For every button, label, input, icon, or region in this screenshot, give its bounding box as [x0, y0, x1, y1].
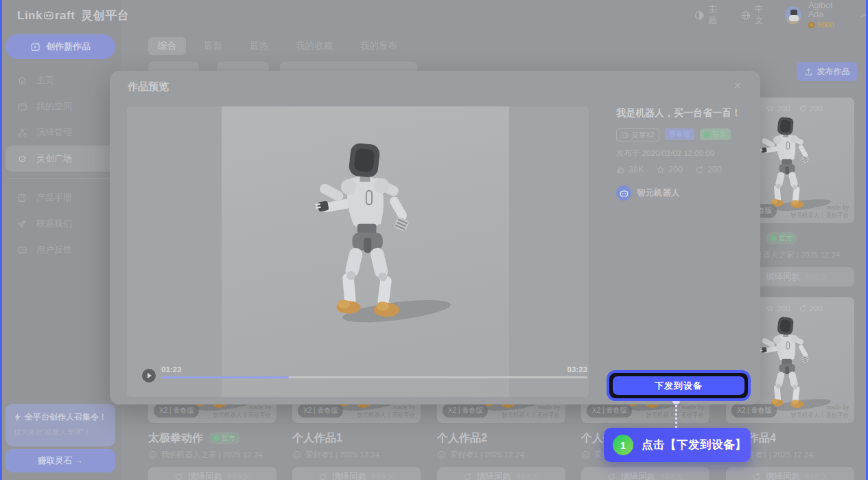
- author-name: 智元机器人: [637, 187, 680, 199]
- official-badge: 官方: [766, 232, 797, 244]
- progress-fill: [161, 376, 289, 378]
- guide-step-badge: 1: [613, 435, 633, 455]
- author-avatar-icon: [437, 450, 446, 459]
- sidebar-item-book[interactable]: 产品手册: [5, 185, 115, 211]
- shares-stat: 200: [695, 165, 722, 174]
- tab-我的收藏[interactable]: 我的收藏: [286, 37, 342, 55]
- sidebar-item-chat[interactable]: 用户反馈: [5, 237, 115, 263]
- author-avatar-icon: [148, 450, 157, 459]
- stars-stat: 200: [766, 304, 790, 312]
- card-title-row: 个人作品2: [437, 432, 565, 444]
- promo-title: 全平台创作人召集令！: [25, 411, 107, 423]
- deploy-to-device-button[interactable]: 下发到设备: [613, 376, 744, 395]
- star-icon: [766, 304, 774, 312]
- remix-icon: [318, 472, 327, 480]
- total-time: 03:23: [161, 365, 587, 374]
- folder-icon: [17, 102, 27, 112]
- logo-text-raft: raft: [55, 9, 75, 22]
- official-badge: 官方: [209, 432, 240, 444]
- app-logo: Linkraft灵创平台: [17, 8, 129, 23]
- share-icon: [799, 104, 807, 113]
- share-icon: [799, 304, 807, 312]
- work-stats: 38K 200 200: [616, 165, 753, 174]
- create-icon: [30, 42, 40, 52]
- logo-text-cn: 灵创平台: [81, 9, 129, 22]
- create-new-work-button[interactable]: 创作新作品: [5, 34, 115, 59]
- publish-date: 发布于 2020/02/02 12:00:00: [616, 148, 753, 159]
- watermark: made by智元机器人丨灵创平台: [357, 404, 415, 419]
- progress-bar[interactable]: [161, 376, 587, 378]
- sidebar-nav: 主页我的空间演绎管理灵创广场产品手册联系我们用户反馈: [5, 67, 115, 263]
- guide-connector-line: [675, 405, 677, 428]
- card-author: 爱好者1 | 2025.12.24: [437, 450, 565, 460]
- watermark: made by智元机器人丨灵创平台: [502, 404, 560, 419]
- sidebar-item-label: 主页: [36, 74, 54, 87]
- sidebar-item-folder[interactable]: 我的空间: [5, 93, 115, 119]
- author-avatar-icon: [292, 450, 301, 459]
- model-edition-badge: X2 | 青春版: [731, 404, 777, 418]
- sidebar-item-label: 演绎管理: [36, 126, 72, 139]
- official-tag: 官方: [700, 128, 731, 140]
- window-focus-edge-left: [0, 0, 2, 480]
- robot-render: [290, 142, 455, 333]
- earn-gems-button[interactable]: 赚取灵石 →: [5, 449, 115, 472]
- creator-promo: 全平台创作人召集令！ 成为首批“机器人导演”！ 赚取灵石 →: [5, 404, 115, 472]
- remix-icon: [174, 472, 183, 480]
- sidebar-item-planet[interactable]: 灵创广场: [5, 146, 115, 172]
- card-title: 太极拳动作: [148, 431, 203, 446]
- work-author[interactable]: 智元机器人: [616, 185, 753, 201]
- sidebar-item-label: 联系我们: [36, 218, 72, 230]
- sort-tabs: 综合最新最热我的收藏我的发布: [148, 37, 407, 55]
- edition-tag: 青春版: [665, 128, 695, 140]
- sidebar-item-label: 用户反馈: [36, 244, 72, 256]
- work-title: 我是机器人，买一台省一百！: [616, 107, 753, 119]
- watermark: made by智元机器人丨灵创平台: [790, 204, 849, 219]
- sidebar-item-send[interactable]: 联系我们: [5, 211, 115, 237]
- remix-button[interactable]: 演绎同款666次: [726, 467, 854, 480]
- modal-title: 作品预览: [128, 80, 169, 93]
- tab-最新[interactable]: 最新: [194, 37, 232, 55]
- model-tag: 灵犀X2: [616, 128, 659, 141]
- create-button-label: 创作新作品: [46, 41, 91, 53]
- thumb-up-icon: [616, 165, 625, 174]
- remix-button[interactable]: 演绎同款666次: [437, 467, 565, 480]
- tab-我的发布[interactable]: 我的发布: [351, 37, 407, 55]
- language-switch[interactable]: 中文: [741, 3, 771, 27]
- share-icon: [695, 165, 704, 174]
- publish-work-button[interactable]: 发布作品: [797, 62, 857, 81]
- likes-stat: 38K: [616, 165, 644, 174]
- play-button[interactable]: [142, 369, 156, 382]
- coin-icon: [808, 22, 814, 28]
- tab-综合[interactable]: 综合: [148, 37, 186, 55]
- theme-toggle[interactable]: 主题: [694, 3, 725, 27]
- close-icon[interactable]: ×: [734, 79, 741, 93]
- remix-button[interactable]: 演绎同款666次: [292, 467, 421, 480]
- sidebar-item-nodes[interactable]: 演绎管理: [5, 119, 115, 146]
- logo-robot-icon: [43, 10, 54, 21]
- home-icon: [17, 76, 27, 86]
- lightning-icon: [14, 413, 21, 422]
- author-avatar: [616, 185, 631, 201]
- globe-icon: [741, 10, 751, 21]
- card-title: 个人作品2: [437, 431, 487, 446]
- video-player: 01:23 03:23: [127, 106, 589, 397]
- tab-最热[interactable]: 最热: [240, 37, 278, 55]
- planet-icon: [17, 154, 27, 164]
- user-menu[interactable]: Agibot Ada 5000: [785, 1, 868, 29]
- remix-button[interactable]: 演绎同款666次: [148, 467, 277, 480]
- promo-subtitle: 成为首批“机器人导演”！: [14, 428, 107, 437]
- guide-tooltip: 1 点击【下发到设备】: [604, 428, 751, 462]
- promo-title-row: 全平台创作人召集令！: [14, 411, 107, 423]
- theme-contrast-icon: [694, 10, 704, 21]
- chat-icon: [17, 245, 27, 255]
- remix-icon: [607, 472, 616, 480]
- user-points: 5000: [808, 21, 847, 29]
- author-avatar-icon: [581, 450, 590, 459]
- sidebar-item-home[interactable]: 主页: [5, 67, 115, 93]
- logo-text-link: Link: [17, 9, 43, 22]
- work-preview-modal: 作品预览 × 01:23 03:23 我是机器人，买一台省一百！ 灵犀X2 青春…: [110, 71, 760, 404]
- send-icon: [17, 219, 27, 229]
- user-name: Agibot Ada: [808, 1, 847, 19]
- user-points-value: 5000: [817, 21, 834, 29]
- remix-button[interactable]: 演绎同款666次: [581, 467, 709, 480]
